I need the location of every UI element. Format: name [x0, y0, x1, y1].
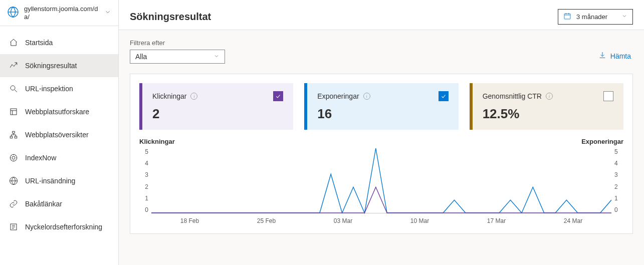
nav: StartsidaSökningsresultatURL-inspektionW… — [0, 26, 118, 238]
sidebar-item-label: Nyckelordsefterforskning — [25, 223, 102, 231]
metric-ctr-value: 12.5% — [483, 106, 613, 122]
svg-rect-5 — [15, 136, 17, 138]
y-axis-left: 543210 — [139, 148, 151, 213]
search-icon — [9, 61, 18, 70]
chart-series-impressions — [151, 148, 611, 213]
filter-label: Filtrera efter — [130, 39, 225, 47]
explorer-icon — [9, 107, 18, 116]
chart-right-axis-label: Exponeringar — [581, 138, 623, 145]
sidebar-item-backlinks[interactable]: Bakåtlänkar — [0, 192, 118, 215]
site-selector[interactable]: gyllenstorm.joomla.com/da/ — [0, 0, 118, 26]
page-title: Sökningsresultat — [130, 11, 211, 23]
sidebar-item-label: URL-insändning — [25, 177, 75, 185]
sidebar-item-label: IndexNow — [25, 154, 56, 162]
sidebar-item-label: Startsida — [25, 39, 53, 47]
metric-impressions-value: 16 — [317, 106, 448, 122]
sidebar-item-explorer[interactable]: Webbplatsutforskare — [0, 100, 118, 123]
svg-rect-4 — [10, 136, 13, 138]
date-range-label: 3 månader — [576, 13, 616, 21]
x-axis: 18 Feb25 Feb03 Mar10 Mar17 Mar24 Mar — [139, 217, 623, 224]
y-axis-right: 543210 — [611, 148, 623, 213]
chart: 543210 543210 — [139, 148, 623, 213]
backlinks-icon — [9, 199, 18, 208]
metric-clicks-value: 2 — [152, 106, 283, 122]
site-name: gyllenstorm.joomla.com/da/ — [24, 5, 99, 21]
sidebar-item-keywords[interactable]: Nyckelordsefterforskning — [0, 215, 118, 238]
metric-ctr[interactable]: Genomsnittlig CTR i 12.5% — [470, 83, 623, 130]
svg-point-1 — [11, 86, 15, 90]
sidebar: gyllenstorm.joomla.com/da/ StartsidaSökn… — [0, 0, 119, 265]
home-icon — [9, 38, 18, 47]
keywords-icon — [9, 222, 18, 231]
sidebar-item-sitemaps[interactable]: Webbplatsöversikter — [0, 123, 118, 146]
indexnow-icon — [9, 153, 18, 162]
chevron-down-icon — [104, 9, 111, 18]
sidebar-item-urlsubmit[interactable]: URL-insändning — [0, 169, 118, 192]
info-icon[interactable]: i — [190, 93, 197, 100]
sidebar-item-home[interactable]: Startsida — [0, 31, 118, 54]
chevron-down-icon — [213, 53, 220, 61]
filter-row: Filtrera efter Alla Hämta — [130, 39, 633, 64]
download-label: Hämta — [610, 52, 631, 60]
sidebar-item-label: Webbplatsöversikter — [25, 131, 89, 139]
titlebar: Sökningsresultat 3 månader — [119, 0, 644, 30]
sidebar-item-urlinspect[interactable]: URL-inspektion — [0, 77, 118, 100]
sitemaps-icon — [9, 130, 18, 139]
metric-clicks-label: Klickningar — [152, 92, 186, 100]
main: Sökningsresultat 3 månader Filtrera efte… — [119, 0, 644, 265]
chart-header: Klickningar Exponeringar — [139, 138, 623, 145]
sidebar-item-label: Bakåtlänkar — [25, 200, 62, 208]
info-icon[interactable]: i — [546, 93, 553, 100]
download-icon — [598, 51, 606, 61]
plot-area — [151, 148, 611, 213]
calendar-icon — [563, 12, 571, 22]
filter-select[interactable]: Alla — [130, 50, 225, 64]
report-card: Klickningar i 2 Exponeringar — [130, 74, 633, 234]
metric-clicks-checkbox[interactable] — [273, 91, 283, 101]
download-button[interactable]: Hämta — [596, 48, 633, 64]
metric-impressions-checkbox[interactable] — [439, 91, 449, 101]
metric-impressions-label: Exponeringar — [317, 92, 359, 100]
filter-value: Alla — [135, 53, 147, 61]
metrics-row: Klickningar i 2 Exponeringar — [139, 83, 623, 130]
sidebar-item-indexnow[interactable]: IndexNow — [0, 146, 118, 169]
chevron-down-icon — [621, 13, 627, 21]
chart-left-axis-label: Klickningar — [139, 138, 175, 145]
metric-clicks[interactable]: Klickningar i 2 — [139, 83, 293, 130]
metric-impressions[interactable]: Exponeringar i 16 — [304, 83, 458, 130]
svg-rect-3 — [13, 131, 15, 133]
sidebar-item-label: Sökningsresultat — [25, 62, 77, 70]
svg-rect-2 — [11, 109, 17, 115]
metric-ctr-checkbox[interactable] — [603, 91, 613, 101]
sidebar-item-label: Webbplatsutforskare — [25, 108, 89, 116]
metric-ctr-label: Genomsnittlig CTR — [483, 92, 542, 100]
svg-point-7 — [12, 156, 15, 159]
sidebar-item-label: URL-inspektion — [25, 85, 73, 93]
globe-icon — [7, 6, 19, 20]
filter-block: Filtrera efter Alla — [130, 39, 225, 64]
content: Filtrera efter Alla Hämta — [119, 30, 644, 265]
sidebar-item-search[interactable]: Sökningsresultat — [0, 54, 118, 77]
svg-rect-10 — [564, 14, 570, 19]
urlsubmit-icon — [9, 176, 18, 185]
info-icon[interactable]: i — [363, 93, 370, 100]
date-range-select[interactable]: 3 månader — [558, 9, 633, 25]
urlinspect-icon — [9, 84, 18, 93]
